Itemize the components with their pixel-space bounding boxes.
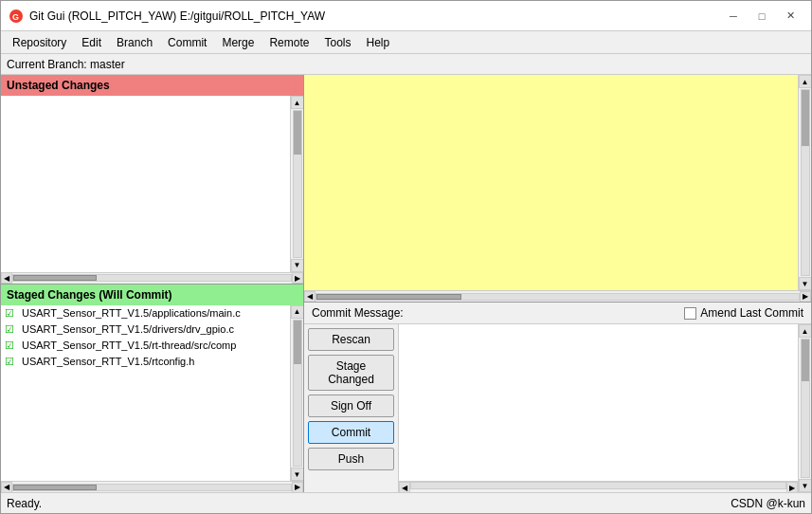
diff-vscroll[interactable]: ▲ ▼	[798, 75, 811, 290]
menu-repository[interactable]: Repository	[5, 32, 74, 53]
branch-bar: Current Branch: master	[1, 54, 811, 75]
diff-hscroll-left[interactable]: ◀	[304, 291, 316, 303]
diff-scroll-up[interactable]: ▲	[799, 75, 812, 88]
unstaged-scroll-track[interactable]	[293, 110, 302, 258]
rescan-button[interactable]: Rescan	[308, 328, 394, 351]
menu-help[interactable]: Help	[358, 32, 397, 53]
unstaged-hscroll[interactable]: ◀ ▶	[1, 272, 303, 284]
staged-item-text: USART_Sensor_RTT_V1.5/rt-thread/src/comp	[22, 340, 236, 351]
staged-header: Staged Changes (Will Commit)	[1, 285, 303, 305]
diff-scroll-thumb	[802, 90, 809, 146]
left-panel: Unstaged Changes ▲ ▼ ◀	[1, 75, 304, 492]
status-bar: Ready. CSDN @k-kun	[1, 492, 811, 513]
minimize-button[interactable]: ─	[720, 6, 747, 27]
staged-list[interactable]: ☑ USART_Sensor_RTT_V1.5/applications/mai…	[1, 305, 290, 482]
menu-tools[interactable]: Tools	[316, 32, 358, 53]
staged-hscroll-thumb	[13, 485, 97, 490]
stage-changed-button[interactable]: Stage Changed	[308, 355, 394, 391]
unstaged-vscroll[interactable]: ▲ ▼	[290, 96, 303, 272]
check-icon: ☑	[5, 340, 18, 352]
git-icon: G	[9, 9, 24, 24]
commit-scroll-up[interactable]: ▲	[799, 324, 812, 338]
commit-hscroll-left[interactable]: ◀	[399, 482, 410, 492]
staged-vscroll[interactable]: ▲ ▼	[290, 305, 303, 482]
unstaged-scroll-up[interactable]: ▲	[291, 96, 304, 109]
commit-text-area: ◀ ▶	[399, 324, 798, 492]
diff-hscroll-right[interactable]: ▶	[800, 291, 811, 303]
commit-hscroll-track[interactable]	[410, 482, 786, 489]
unstaged-scroll-down[interactable]: ▼	[291, 259, 304, 272]
commit-hscroll-right[interactable]: ▶	[786, 482, 798, 492]
staged-item-text: USART_Sensor_RTT_V1.5/drivers/drv_gpio.c	[22, 323, 234, 335]
commit-bottom: Rescan Stage Changed Sign Off Commit Pus…	[304, 324, 811, 492]
staged-item-text: USART_Sensor_RTT_V1.5/applications/main.…	[22, 307, 241, 319]
list-item[interactable]: ☑ USART_Sensor_RTT_V1.5/rtconfig.h	[1, 354, 290, 370]
staged-hscroll-left[interactable]: ◀	[1, 482, 12, 493]
commit-area: Commit Message: Amend Last Commit Rescan…	[304, 303, 811, 492]
unstaged-hscroll-track[interactable]	[12, 274, 292, 282]
amend-check-area: Amend Last Commit	[684, 306, 803, 320]
branch-text: Current Branch: master	[7, 58, 125, 71]
push-button[interactable]: Push	[308, 448, 394, 470]
commit-scroll-track[interactable]	[801, 339, 810, 478]
commit-text-hscroll[interactable]: ◀ ▶	[399, 481, 798, 492]
staged-scroll-down[interactable]: ▼	[291, 468, 304, 481]
amend-label: Amend Last Commit	[700, 306, 803, 320]
diff-content[interactable]	[304, 75, 798, 290]
staged-area: Staged Changes (Will Commit) ☑ USART_Sen…	[1, 285, 303, 493]
check-icon: ☑	[5, 323, 18, 336]
status-text: Ready.	[7, 497, 42, 510]
status-user: CSDN @k-kun	[731, 497, 805, 510]
staged-hscroll-track[interactable]	[12, 484, 292, 491]
unstaged-list[interactable]	[1, 96, 290, 272]
commit-buttons: Rescan Stage Changed Sign Off Commit Pus…	[304, 324, 399, 492]
unstaged-scroll-thumb	[294, 111, 301, 155]
title-bar-left: G Git Gui (ROLL_PITCH_YAW) E:/gitgui/ROL…	[9, 9, 325, 24]
staged-item-text: USART_Sensor_RTT_V1.5/rtconfig.h	[22, 356, 194, 367]
window-title: Git Gui (ROLL_PITCH_YAW) E:/gitgui/ROLL_…	[29, 9, 325, 23]
amend-checkbox[interactable]	[684, 307, 696, 320]
right-panel: ▲ ▼ ◀ ▶ Commi	[304, 75, 811, 492]
list-item[interactable]: ☑ USART_Sensor_RTT_V1.5/drivers/drv_gpio…	[1, 321, 290, 338]
commit-vscroll[interactable]: ▲ ▼	[798, 324, 811, 492]
unstaged-hscroll-thumb	[13, 275, 97, 281]
unstaged-hscroll-left[interactable]: ◀	[1, 272, 12, 284]
title-bar: G Git Gui (ROLL_PITCH_YAW) E:/gitgui/ROL…	[1, 1, 811, 31]
unstaged-header: Unstaged Changes	[1, 75, 303, 96]
list-item[interactable]: ☑ USART_Sensor_RTT_V1.5/applications/mai…	[1, 305, 290, 321]
unstaged-area: Unstaged Changes ▲ ▼ ◀	[1, 75, 303, 285]
commit-scroll-down[interactable]: ▼	[799, 479, 812, 492]
commit-message-label: Commit Message:	[312, 306, 404, 320]
commit-button[interactable]: Commit	[308, 421, 394, 444]
menu-branch[interactable]: Branch	[109, 32, 160, 53]
diff-scroll-down[interactable]: ▼	[799, 277, 812, 290]
menu-edit[interactable]: Edit	[74, 32, 109, 53]
close-button[interactable]: ✕	[777, 6, 803, 27]
commit-scroll-thumb	[802, 340, 809, 381]
diff-hscroll-track[interactable]	[316, 293, 800, 301]
diff-scroll-track[interactable]	[801, 89, 810, 276]
staged-scroll-up[interactable]: ▲	[291, 305, 304, 319]
diff-hscroll-thumb	[316, 294, 461, 300]
menu-bar: Repository Edit Branch Commit Merge Remo…	[1, 31, 811, 54]
check-icon: ☑	[5, 307, 18, 320]
sign-off-button[interactable]: Sign Off	[308, 395, 394, 417]
diff-hscroll[interactable]: ◀ ▶	[304, 290, 811, 302]
staged-hscroll[interactable]: ◀ ▶	[1, 481, 303, 492]
menu-remote[interactable]: Remote	[262, 32, 316, 53]
staged-scroll-thumb	[294, 321, 301, 364]
check-icon: ☑	[5, 356, 18, 368]
staged-hscroll-right[interactable]: ▶	[292, 482, 303, 493]
maximize-button[interactable]: □	[749, 6, 775, 27]
list-item[interactable]: ☑ USART_Sensor_RTT_V1.5/rt-thread/src/co…	[1, 338, 290, 354]
unstaged-hscroll-right[interactable]: ▶	[292, 272, 303, 284]
menu-commit[interactable]: Commit	[160, 32, 214, 53]
title-controls: ─ □ ✕	[720, 6, 803, 27]
commit-message-input[interactable]	[399, 324, 798, 481]
diff-area: ▲ ▼ ◀ ▶	[304, 75, 811, 303]
svg-text:G: G	[12, 12, 19, 22]
main-window: G Git Gui (ROLL_PITCH_YAW) E:/gitgui/ROL…	[0, 0, 812, 514]
commit-header-row: Commit Message: Amend Last Commit	[304, 303, 811, 324]
menu-merge[interactable]: Merge	[214, 32, 262, 53]
staged-scroll-track[interactable]	[293, 320, 302, 468]
